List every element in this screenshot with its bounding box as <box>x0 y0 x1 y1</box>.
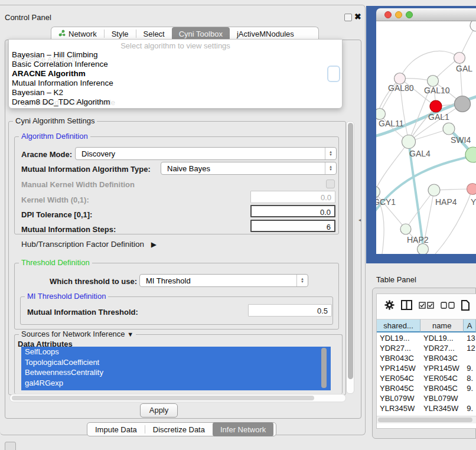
algorithm-list: Bayesian – Hill ClimbingBasic Correlatio… <box>9 50 342 107</box>
table-cell: YBL079W <box>377 393 420 403</box>
table-cell: YER054C <box>377 373 420 383</box>
collapsed-panel-button[interactable] <box>5 442 16 450</box>
mi-steps-input[interactable]: 6 <box>250 220 335 232</box>
attribute-item[interactable]: TopologicalCoefficient <box>21 357 331 368</box>
network-node-gal80[interactable] <box>395 73 406 84</box>
bottom-tab-bar: Impute Data Discretize Data Infer Networ… <box>87 422 276 436</box>
algorithm-definition-legend: Algorithm Definition <box>19 132 90 141</box>
dpi-tolerance-label: DPI Tolerance [0,1]: <box>21 210 92 219</box>
table-hscrollbar-thumb[interactable] <box>378 418 472 422</box>
algorithm-option[interactable]: Bayesian – K2 <box>9 88 342 97</box>
settings-scrollbar-thumb[interactable] <box>348 123 353 379</box>
mi-algorithm-type-select[interactable]: Naive Bayes ▲▼ <box>161 162 337 175</box>
table-row[interactable]: YBR045CYBR045C9. <box>377 383 476 393</box>
show-columns-icon[interactable] <box>419 302 434 311</box>
hide-columns-icon[interactable] <box>441 302 455 311</box>
table-panel-content: shared...nameA YDL19...YDL19...13YDR27..… <box>376 294 476 429</box>
node-label: SWI4 <box>451 135 471 145</box>
column-header[interactable]: name <box>420 319 464 332</box>
table-cell: 12 <box>464 343 476 353</box>
network-node-gal10[interactable] <box>428 76 439 87</box>
table-row[interactable]: YPR145WYPR145W9. <box>377 363 476 373</box>
table-cell <box>464 393 476 403</box>
network-node-swi4[interactable] <box>443 123 455 135</box>
network-node-gal11[interactable] <box>376 109 386 120</box>
algorithm-option[interactable]: Basic Correlation Inference <box>9 60 342 69</box>
export-table-icon[interactable] <box>461 300 470 312</box>
tab-discretize-data[interactable]: Discretize Data <box>145 422 213 436</box>
float-panel-icon[interactable] <box>344 14 352 21</box>
panel-tab-bar: Network Style Select Cyni Toolbox jActiv… <box>51 27 319 40</box>
split-columns-icon[interactable] <box>401 300 412 312</box>
manual-kernel-width-checkbox[interactable] <box>326 180 335 188</box>
network-edge-highlighted[interactable] <box>376 155 476 216</box>
hub-factor-expander[interactable]: Hub/Transcription Factor Definition ▶ <box>21 240 157 249</box>
attribute-item[interactable]: SelfLoops <box>21 347 331 357</box>
gear-icon[interactable] <box>384 300 395 312</box>
which-threshold-select[interactable]: MI Threshold ▲▼ <box>139 274 308 287</box>
mi-threshold-input[interactable]: 0.5 <box>248 304 332 317</box>
tab-network-label: Network <box>69 30 97 38</box>
network-node-gcy1[interactable] <box>376 187 380 198</box>
algorithm-option[interactable]: Bayesian – Hill Climbing <box>9 50 342 60</box>
node-label: GAL4 <box>409 149 431 158</box>
network-node-y[interactable] <box>467 184 476 195</box>
network-node[interactable] <box>470 21 476 31</box>
algorithm-option[interactable]: Mutual Information Inference <box>9 79 342 88</box>
settings-scrollbar-track[interactable] <box>346 121 354 394</box>
network-node-hap4[interactable] <box>428 184 440 196</box>
apply-button[interactable]: Apply <box>140 403 178 418</box>
network-window-titlebar[interactable] <box>376 8 476 21</box>
node-label: HAP2 <box>407 235 429 244</box>
aracne-mode-select[interactable]: Discovery ▲▼ <box>75 147 337 160</box>
kernel-width-label: Kernel Width (0,1): <box>21 195 89 204</box>
stepper-arrows-icon: ▲▼ <box>325 148 336 159</box>
network-node-hap2[interactable] <box>400 224 411 234</box>
network-node-gal[interactable] <box>454 53 465 64</box>
algorithm-dropdown-popup: Inference Algorithm gal-filtered sif: de… <box>8 39 343 109</box>
table-row[interactable]: YDR27...YDR27...12 <box>377 343 476 353</box>
kernel-width-input[interactable]: 0.0 <box>250 191 335 203</box>
close-panel-icon[interactable]: ✖ <box>354 12 361 21</box>
column-header[interactable]: A <box>464 319 476 332</box>
dpi-tolerance-input[interactable]: 0.0 <box>250 205 335 217</box>
control-panel-title: Control Panel <box>5 13 51 22</box>
sources-legend[interactable]: Sources for Network Inference ▼ <box>19 330 136 338</box>
table-row[interactable]: YBL079WYBL079W <box>377 393 476 403</box>
network-window: GALGAL80GAL10GAL1GAL11SWI4GAL4GCY1HAP4YH… <box>376 8 476 256</box>
attribute-item[interactable]: BetweennessCentrality <box>21 367 331 378</box>
network-canvas[interactable]: GALGAL80GAL10GAL1GAL11SWI4GAL4GCY1HAP4YH… <box>376 21 476 254</box>
network-node[interactable] <box>455 96 471 112</box>
column-header[interactable]: shared... <box>377 319 420 332</box>
table-cell: 9. <box>464 383 476 393</box>
table-header-row: shared...nameA <box>377 319 476 332</box>
data-attributes-list[interactable]: SelfLoopsTopologicalCoefficientBetweenne… <box>21 347 331 390</box>
minimize-window-icon[interactable] <box>395 11 402 18</box>
table-cell: YDL19... <box>377 333 420 343</box>
table-row[interactable]: YDL19...YDL19...13 <box>377 333 476 343</box>
network-node[interactable] <box>418 244 429 255</box>
attributes-scrollbar-thumb[interactable] <box>321 348 327 388</box>
settings-hscrollbar-track[interactable] <box>9 394 346 402</box>
network-node-gal4[interactable] <box>402 135 416 149</box>
tab-infer-network[interactable]: Infer Network <box>213 422 273 436</box>
attribute-item[interactable]: gal4RGexp <box>21 378 331 389</box>
algorithm-option[interactable]: ARACNE Algorithm <box>9 69 342 79</box>
settings-hscrollbar-thumb[interactable] <box>12 396 314 400</box>
table-cell: YDR27... <box>377 343 420 353</box>
table-row[interactable]: YER054CYER054C8. <box>377 373 476 383</box>
table-toolbar <box>377 294 476 318</box>
node-label: GAL11 <box>379 119 404 128</box>
table-cell: YLR345W <box>420 403 464 413</box>
close-window-icon[interactable] <box>384 11 392 18</box>
table-hscrollbar-track[interactable] <box>377 416 476 423</box>
table-row[interactable]: YLR345WYLR345W9. <box>377 403 476 413</box>
algorithm-option[interactable]: Dream8 DC_TDC Algorithm <box>9 97 342 107</box>
network-node-gal1[interactable] <box>430 100 442 112</box>
table-panel-title: Table Panel <box>376 275 416 284</box>
tab-impute-data[interactable]: Impute Data <box>87 422 145 436</box>
mi-algorithm-type-label: Mutual Information Algorithm Type: <box>21 165 151 174</box>
zoom-window-icon[interactable] <box>406 11 413 18</box>
mi-steps-label: Mutual Information Steps: <box>21 225 116 234</box>
table-row[interactable]: YBR043CYBR043C <box>377 353 476 363</box>
